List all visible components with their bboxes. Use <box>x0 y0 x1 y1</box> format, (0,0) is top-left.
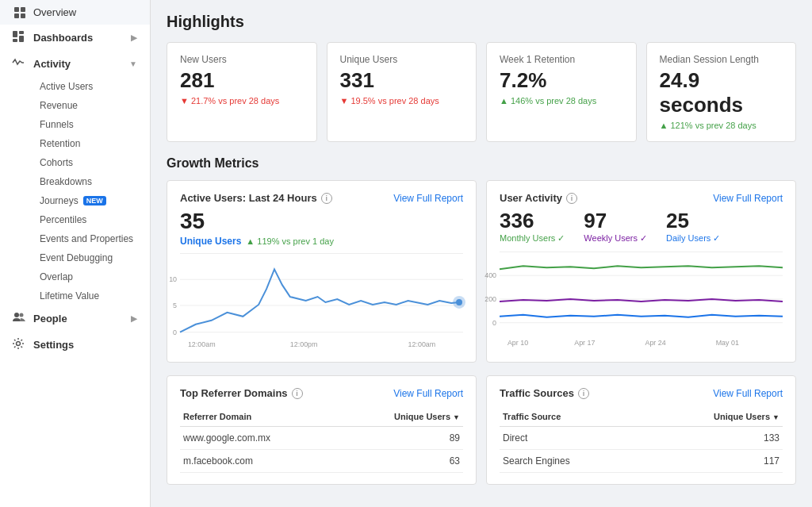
referrer-view-report[interactable]: View Full Report <box>393 388 463 399</box>
sidebar-item-funnels[interactable]: Funnels <box>33 115 150 134</box>
sidebar-item-percentiles[interactable]: Percentiles <box>33 210 150 229</box>
user-activity-stats: 336 Monthly Users ✓ 97 Weekly Users ✓ 25… <box>500 209 783 244</box>
svg-rect-5 <box>19 31 24 34</box>
user-activity-chart-card: User Activity i View Full Report 336 Mon… <box>486 180 796 363</box>
active-users-chart: 0 5 10 12:00am 12:00pm 12:00am <box>180 253 463 348</box>
down-arrow-icon-2 <box>340 96 351 106</box>
sidebar-percentiles-label: Percentiles <box>40 214 86 225</box>
active-users-big-number: 35 <box>180 209 463 234</box>
active-users-chart-card: Active Users: Last 24 Hours i View Full … <box>167 180 477 363</box>
session-length-label: Median Session Length <box>660 54 783 65</box>
traffic-col2-header: Unique Users ▼ <box>642 407 783 427</box>
svg-text:0: 0 <box>492 319 496 327</box>
traffic-users-1: 133 <box>642 427 783 450</box>
svg-rect-0 <box>14 7 19 12</box>
sidebar-item-breakdowns[interactable]: Breakdowns <box>33 172 150 191</box>
new-badge: NEW <box>83 196 106 205</box>
referrer-domain-2: m.facebook.com <box>180 450 340 473</box>
sidebar-lifetime-label: Lifetime Value <box>40 290 99 302</box>
active-users-header: Active Users: Last 24 Hours i View Full … <box>180 192 463 204</box>
sidebar-item-dashboards[interactable]: Dashboards ▶ <box>0 25 150 51</box>
svg-rect-6 <box>13 39 17 42</box>
sidebar-breakdowns-label: Breakdowns <box>40 176 92 187</box>
up-arrow-icon-2 <box>660 121 671 130</box>
sidebar-item-people[interactable]: People ▶ <box>0 305 150 332</box>
active-users-view-report[interactable]: View Full Report <box>393 193 463 204</box>
svg-point-8 <box>14 313 19 317</box>
traffic-source-1: Direct <box>500 427 642 450</box>
sidebar-item-journeys[interactable]: Journeys NEW <box>33 191 150 210</box>
sort-arrow-traffic-icon: ▼ <box>772 413 779 421</box>
info-icon-active-users: i <box>321 193 332 204</box>
sidebar-people-label: People <box>33 313 67 325</box>
sidebar-item-overview[interactable]: Overview <box>0 0 150 25</box>
sidebar-item-events-properties[interactable]: Events and Properties <box>33 229 150 248</box>
sidebar-item-overlap[interactable]: Overlap <box>33 267 150 286</box>
monthly-users-lbl: Monthly Users ✓ <box>500 233 565 244</box>
traffic-sources-card: Traffic Sources i View Full Report Traff… <box>486 375 796 485</box>
sidebar-activity-submenu: Active Users Revenue Funnels Retention C… <box>0 77 150 305</box>
svg-rect-3 <box>21 13 25 18</box>
user-activity-title: User Activity i <box>500 192 577 204</box>
sidebar-item-cohorts[interactable]: Cohorts <box>33 153 150 172</box>
sidebar-item-revenue[interactable]: Revenue <box>33 96 150 115</box>
main-content: Highlights New Users 281 21.7% vs prev 2… <box>151 0 812 507</box>
sidebar-cohorts-label: Cohorts <box>40 157 73 168</box>
highlight-card-retention: Week 1 Retention 7.2% 146% vs prev 28 da… <box>486 42 637 142</box>
sidebar-item-settings[interactable]: Settings <box>0 332 150 358</box>
weekly-users-stat: 97 Weekly Users ✓ <box>584 209 647 244</box>
referrer-col1-header: Referrer Domain <box>180 407 340 427</box>
svg-text:0: 0 <box>173 328 177 336</box>
unique-users-value: 331 <box>340 68 464 93</box>
sidebar-funnels-label: Funnels <box>40 119 74 130</box>
sidebar-item-lifetime-value[interactable]: Lifetime Value <box>33 286 150 305</box>
activity-icon <box>13 57 27 71</box>
page-title: Highlights <box>167 13 796 31</box>
sort-arrow-icon: ▼ <box>453 413 460 421</box>
svg-text:400: 400 <box>485 271 496 279</box>
svg-text:Apr 17: Apr 17 <box>574 339 595 347</box>
sidebar-item-activity[interactable]: Activity ▼ <box>0 51 150 77</box>
traffic-header: Traffic Sources i View Full Report <box>500 387 783 399</box>
referrer-title: Top Referrer Domains i <box>180 387 303 399</box>
svg-point-19 <box>456 299 462 305</box>
daily-users-stat: 25 Daily Users ✓ <box>666 209 720 244</box>
referrer-users-2: 63 <box>340 450 463 473</box>
monthly-users-val: 336 <box>500 209 565 233</box>
unique-users-label: Unique Users <box>340 54 464 65</box>
sidebar-activity-label: Activity <box>33 58 71 70</box>
sidebar-item-active-users[interactable]: Active Users <box>33 77 150 96</box>
bottom-row: Top Referrer Domains i View Full Report … <box>167 375 796 485</box>
highlights-row: New Users 281 21.7% vs prev 28 days Uniq… <box>167 42 796 142</box>
svg-point-9 <box>20 313 24 317</box>
traffic-users-2: 117 <box>642 450 783 473</box>
svg-text:Apr 10: Apr 10 <box>508 339 528 347</box>
chevron-down-icon: ▼ <box>129 60 137 68</box>
table-row: Direct 133 <box>500 427 783 450</box>
svg-text:10: 10 <box>169 275 177 283</box>
info-icon-referrer: i <box>292 388 303 399</box>
user-activity-view-report[interactable]: View Full Report <box>713 193 783 204</box>
sidebar-item-retention[interactable]: Retention <box>33 134 150 153</box>
settings-icon <box>13 338 27 351</box>
new-users-label: New Users <box>180 54 304 65</box>
sidebar-revenue-label: Revenue <box>40 100 78 111</box>
svg-rect-1 <box>21 7 25 12</box>
svg-rect-7 <box>19 36 24 42</box>
highlight-card-new-users: New Users 281 21.7% vs prev 28 days <box>167 42 317 142</box>
sidebar-item-event-debugging[interactable]: Event Debugging <box>33 248 150 267</box>
retention-value: 7.2% <box>500 68 623 93</box>
sidebar-debugging-label: Event Debugging <box>40 252 113 263</box>
growth-metrics-title: Growth Metrics <box>167 156 796 171</box>
up-arrow-icon <box>500 96 511 106</box>
sidebar: Overview Dashboards ▶ Activity ▼ Active … <box>0 0 151 507</box>
svg-text:12:00am: 12:00am <box>188 340 216 348</box>
traffic-view-report[interactable]: View Full Report <box>713 388 783 399</box>
monthly-users-stat: 336 Monthly Users ✓ <box>500 209 565 244</box>
metric-label-unique: Unique Users <box>180 236 241 247</box>
sidebar-settings-label: Settings <box>33 339 74 351</box>
traffic-table: Traffic Source Unique Users ▼ Direct 133… <box>500 407 783 473</box>
chevron-right-people-icon: ▶ <box>131 314 137 323</box>
down-arrow-icon <box>180 96 191 106</box>
svg-point-10 <box>17 342 21 346</box>
